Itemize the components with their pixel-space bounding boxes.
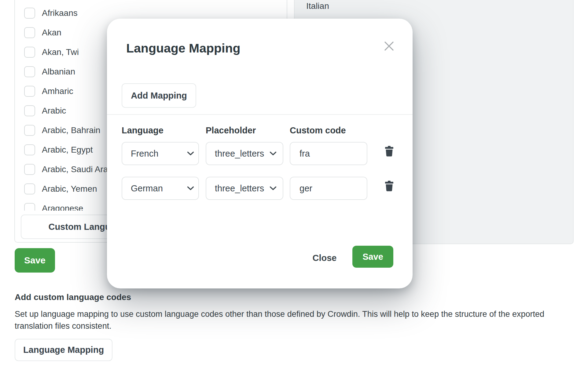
language-mapping-button[interactable]: Language Mapping (15, 339, 112, 361)
modal-save-button[interactable]: Save (352, 246, 393, 268)
language-label: Afrikaans (42, 8, 78, 18)
add-mapping-button[interactable]: Add Mapping (122, 83, 196, 108)
chevron-down-icon (187, 186, 194, 190)
language-checkbox[interactable] (24, 8, 35, 19)
language-checkbox[interactable] (24, 86, 35, 97)
language-label: Arabic (42, 106, 66, 116)
language-checkbox[interactable] (24, 66, 35, 77)
language-select[interactable]: German (122, 177, 199, 200)
language-checkbox[interactable] (24, 47, 35, 58)
placeholder-select[interactable]: three_letters (206, 142, 283, 165)
custom-code-input[interactable] (290, 142, 367, 165)
language-checkbox[interactable] (24, 144, 35, 155)
language-checkbox[interactable] (24, 125, 35, 136)
column-header-language: Language (122, 125, 164, 136)
language-label: Albanian (42, 67, 75, 77)
section-description: Set up language mapping to use custom la… (15, 308, 556, 332)
language-checkbox[interactable] (24, 27, 35, 38)
language-label: Aragonese (42, 204, 83, 211)
language-list-item[interactable]: Afrikaans (24, 7, 281, 19)
trash-icon[interactable] (383, 144, 395, 158)
chevron-down-icon (187, 151, 194, 156)
section-heading: Add custom language codes (15, 292, 131, 302)
modal-close-button[interactable]: Close (309, 251, 340, 265)
custom-code-input[interactable] (290, 177, 367, 200)
language-label: Arabic, Bahrain (42, 125, 100, 135)
language-label: Akan (42, 28, 61, 38)
chevron-down-icon (270, 151, 277, 156)
language-select[interactable]: French (122, 142, 199, 165)
language-label: Amharic (42, 86, 73, 96)
divider (107, 114, 413, 115)
page: Afrikaans Akan Akan, Twi Albanian Amhari… (0, 0, 588, 380)
mapping-rows: French three_letters (122, 142, 400, 212)
language-checkbox[interactable] (24, 183, 35, 194)
mapping-row: French three_letters (122, 142, 400, 165)
selected-language-item[interactable]: Italian (306, 1, 329, 11)
page-save-button[interactable]: Save (15, 248, 55, 273)
language-mapping-modal: Language Mapping Add Mapping Language Pl… (107, 19, 413, 288)
close-icon[interactable] (383, 40, 395, 52)
column-header-custom-code: Custom code (290, 125, 346, 136)
chevron-down-icon (270, 186, 277, 190)
language-checkbox[interactable] (24, 203, 35, 211)
language-label: Akan, Twi (42, 47, 79, 57)
language-checkbox[interactable] (24, 105, 35, 116)
language-label: Arabic, Egypt (42, 145, 93, 155)
trash-icon[interactable] (383, 179, 395, 193)
mapping-row: German three_letters (122, 177, 400, 200)
column-header-placeholder: Placeholder (206, 125, 256, 136)
language-checkbox[interactable] (24, 164, 35, 175)
placeholder-select[interactable]: three_letters (206, 177, 283, 200)
language-label: Arabic, Yemen (42, 184, 97, 194)
modal-title: Language Mapping (126, 41, 241, 56)
